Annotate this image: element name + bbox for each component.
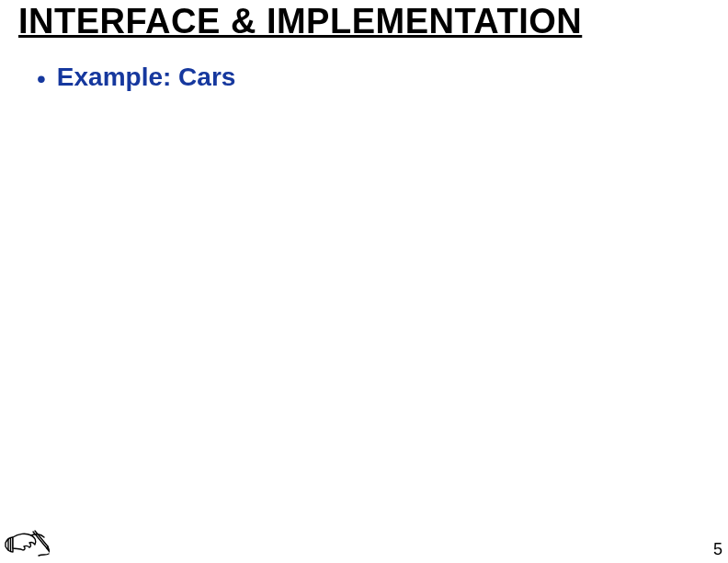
- writing-hand-icon: [4, 521, 50, 559]
- svg-line-3: [35, 531, 48, 546]
- bullet-item: • Example: Cars: [37, 63, 235, 92]
- slide-title: INTERFACE & IMPLEMENTATION: [18, 2, 582, 41]
- bullet-text: Example: Cars: [57, 63, 236, 92]
- page-number: 5: [713, 540, 722, 559]
- bullet-marker: •: [37, 66, 46, 92]
